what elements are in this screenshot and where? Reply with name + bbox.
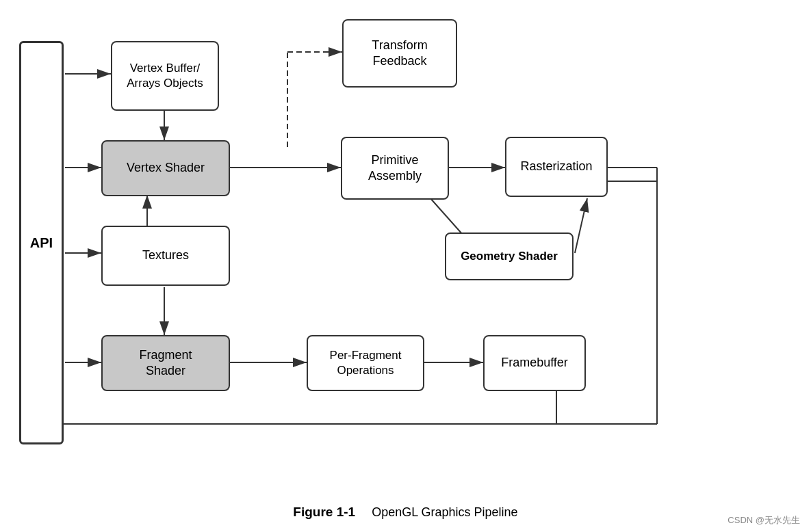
svg-line-23 (575, 198, 587, 253)
vbo-label: Vertex Buffer/Arrays Objects (127, 61, 203, 91)
caption-text: OpenGL Graphics Pipeline (372, 505, 517, 520)
diagram: API Vertex Buffer/Arrays Objects Transfo… (0, 0, 811, 492)
geometry-shader-label: Geometry Shader (461, 249, 558, 264)
vertex-shader-label: Vertex Shader (127, 160, 205, 176)
primitive-assembly-label: PrimitiveAssembly (368, 152, 422, 185)
figure-label: Figure 1-1 (293, 505, 355, 520)
rasterization-label: Rasterization (520, 159, 592, 174)
textures-box: Textures (101, 226, 230, 286)
fragment-shader-label: FragmentShader (139, 347, 192, 380)
rasterization-box: Rasterization (505, 137, 608, 197)
transform-feedback-label: TransformFeedback (372, 38, 427, 70)
vbo-box: Vertex Buffer/Arrays Objects (111, 41, 219, 111)
fragment-shader-box: FragmentShader (101, 335, 230, 391)
per-fragment-box: Per-FragmentOperations (307, 335, 424, 391)
geometry-shader-box: Geometry Shader (445, 232, 574, 280)
caption-area: Figure 1-1 OpenGL Graphics Pipeline (0, 492, 811, 532)
vertex-shader-box: Vertex Shader (101, 140, 230, 196)
framebuffer-label: Framebuffer (501, 355, 568, 371)
watermark: CSDN @无水先生 (728, 514, 800, 527)
per-fragment-label: Per-FragmentOperations (330, 348, 402, 378)
framebuffer-box: Framebuffer (483, 335, 586, 391)
transform-feedback-box: TransformFeedback (342, 19, 457, 88)
primitive-assembly-box: PrimitiveAssembly (341, 137, 449, 200)
textures-label: Textures (142, 248, 189, 263)
api-box: API (19, 41, 64, 444)
api-label: API (30, 234, 53, 252)
